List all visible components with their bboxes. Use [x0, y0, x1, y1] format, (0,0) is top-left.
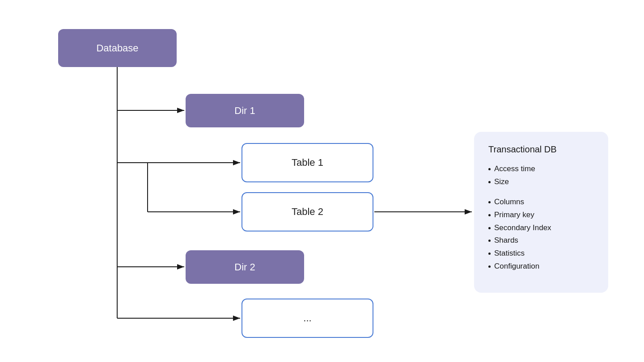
bullet-icon — [488, 265, 491, 268]
panel-item-access-time: Access time — [488, 163, 594, 176]
panel-group2: Columns Primary key Secondary Index Shar… — [488, 196, 594, 273]
bullet-icon — [488, 168, 491, 170]
panel-item-shards: Shards — [488, 234, 594, 247]
bullet-icon — [488, 240, 491, 242]
node-dir2-label: Dir 2 — [234, 261, 255, 273]
panel-item-columns: Columns — [488, 196, 594, 209]
node-ellipsis: ... — [242, 299, 373, 338]
bullet-icon — [488, 253, 491, 255]
panel-group1: Access time Size — [488, 163, 594, 189]
info-panel: Transactional DB Access time Size Column… — [474, 132, 608, 293]
bullet-icon — [488, 227, 491, 229]
panel-item-secondary-index: Secondary Index — [488, 222, 594, 235]
panel-item-configuration: Configuration — [488, 260, 594, 273]
node-table1: Table 1 — [242, 143, 373, 182]
node-dir1: Dir 1 — [186, 94, 304, 127]
bullet-icon — [488, 214, 491, 216]
node-ellipsis-label: ... — [303, 312, 311, 324]
panel-item-primary-key: Primary key — [488, 209, 594, 222]
node-database: Database — [58, 29, 177, 67]
node-table2: Table 2 — [242, 192, 373, 232]
panel-item-size: Size — [488, 176, 594, 189]
node-table2-label: Table 2 — [292, 206, 323, 218]
node-dir1-label: Dir 1 — [234, 105, 255, 117]
node-database-label: Database — [96, 42, 138, 54]
bullet-icon — [488, 181, 491, 183]
bullet-icon — [488, 201, 491, 203]
diagram-container: Database Dir 1 Table 1 Table 2 Dir 2 ...… — [0, 0, 644, 362]
node-table1-label: Table 1 — [292, 157, 323, 168]
node-dir2: Dir 2 — [186, 250, 304, 284]
panel-item-statistics: Statistics — [488, 247, 594, 260]
panel-title: Transactional DB — [488, 144, 594, 155]
